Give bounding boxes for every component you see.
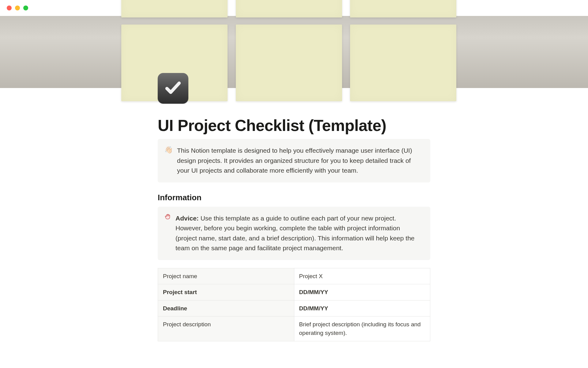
page-title[interactable]: UI Project Checklist (Template)	[158, 88, 430, 139]
table-row[interactable]: Project descriptionBrief project descrip…	[158, 316, 430, 341]
intro-callout[interactable]: 👋🏻 This Notion template is designed to h…	[158, 139, 430, 182]
table-cell-label[interactable]: Project name	[158, 268, 294, 284]
table-row[interactable]: Project startDD/MM/YY	[158, 284, 430, 301]
table-cell-value[interactable]: DD/MM/YY	[294, 300, 430, 316]
raised-hand-icon	[164, 213, 171, 223]
table-cell-label[interactable]: Deadline	[158, 300, 294, 316]
cover-image[interactable]	[0, 16, 588, 88]
window-zoom-button[interactable]	[23, 6, 28, 10]
project-info-table[interactable]: Project nameProject XProject startDD/MM/…	[158, 268, 430, 341]
table-cell-value[interactable]: Brief project description (including its…	[294, 316, 430, 341]
intro-callout-text: This Notion template is designed to help…	[177, 146, 423, 176]
sticky-note	[121, 0, 228, 17]
wave-icon: 👋🏻	[164, 146, 173, 155]
table-row[interactable]: Project nameProject X	[158, 268, 430, 284]
sticky-note	[350, 0, 456, 17]
table-row[interactable]: DeadlineDD/MM/YY	[158, 300, 430, 316]
advice-label: Advice:	[175, 215, 199, 222]
advice-callout-text: Advice: Use this template as a guide to …	[175, 213, 423, 253]
section-heading-information[interactable]: Information	[158, 193, 430, 202]
table-cell-label[interactable]: Project description	[158, 316, 294, 341]
advice-body: Use this template as a guide to outline …	[175, 215, 415, 252]
sticky-note	[236, 0, 342, 17]
table-cell-value[interactable]: DD/MM/YY	[294, 284, 430, 301]
window-close-button[interactable]	[7, 6, 12, 10]
advice-callout[interactable]: Advice: Use this template as a guide to …	[158, 207, 430, 260]
table-cell-value[interactable]: Project X	[294, 268, 430, 284]
window-minimize-button[interactable]	[15, 6, 20, 10]
table-cell-label[interactable]: Project start	[158, 284, 294, 301]
